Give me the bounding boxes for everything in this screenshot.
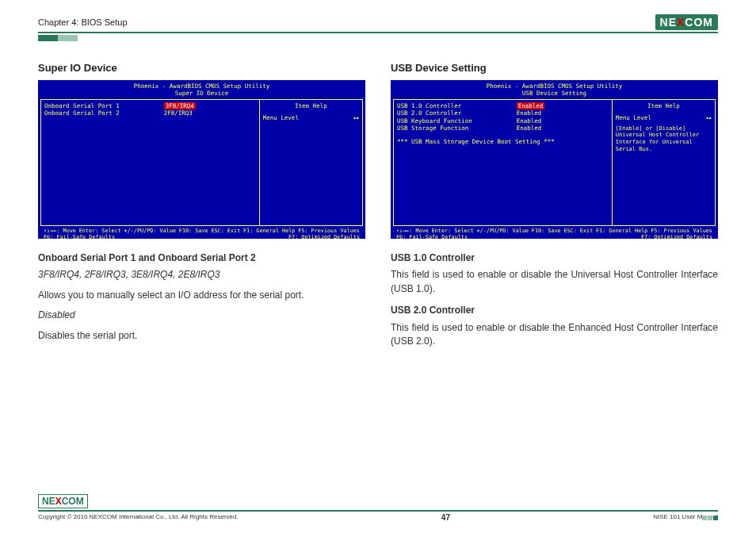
help-text: [Enable] or [Disable] Universal Host Con… [616,125,712,153]
bios-key-hint: F6: Fail-Safe Defaults [44,234,115,240]
tab-strip-decoration [38,35,78,41]
right-body-text: USB 1.0 Controller This field is used to… [391,251,718,348]
bios-setting-row[interactable]: USB 2.0 ControllerEnabled [397,109,609,117]
page-footer: NEXCOM Copyright © 2010 NEXCOM Internati… [38,494,718,522]
setting-value[interactable]: Enabled [517,117,609,125]
bios-title-line1: Phoenix - AwardBIOS CMOS Setup Utility [40,82,363,90]
bios-key-hint: F6: Fail-Safe Defaults [396,234,468,240]
bios-key-hint: +/-/PU/PD: Value [124,228,176,234]
serial-options-list: 3F8/IRQ4, 2F8/IRQ3, 3E8/IRQ4, 2E8/IRQ3 [38,268,365,282]
onboard-serial-heading: Onboard Serial Port 1 and Onboard Serial… [38,251,365,265]
bios-inner-frame: Onboard Serial Port 13F8/IRQ4Onboard Ser… [40,99,363,226]
bios-settings-pane: Onboard Serial Port 13F8/IRQ4Onboard Ser… [41,100,260,225]
content-columns: Super IO Device Phoenix - AwardBIOS CMOS… [38,62,718,355]
menu-level-row: Menu Level ▸▸ [616,114,712,121]
bios-footer-keys: ↑↓→←: MoveEnter: Select+/-/PU/PD: ValueF… [393,226,716,241]
bios-key-hint: ESC: Exit [563,228,593,234]
bios-setting-row[interactable]: USB Storage FunctionEnabled [397,125,609,132]
bios-title-line2: Super IO Device [40,90,363,97]
item-help-label: Item Help [616,102,712,109]
usb1-desc: This field is used to enable or disable … [391,268,718,296]
setting-value[interactable]: Enabled [517,102,609,109]
bios-key-hint: ↑↓→←: Move [396,228,429,234]
menu-level-row: Menu Level ▸▸ [263,114,359,121]
chevron-double-right-icon: ▸▸ [353,114,359,121]
setting-label: USB 2.0 Controller [397,109,517,117]
setting-label: Onboard Serial Port 2 [44,109,164,117]
bios-footer-keys: ↑↓→←: MoveEnter: Select+/-/PU/PD: ValueF… [40,226,363,241]
setting-label: USB Keyboard Function [397,117,517,125]
bios-key-hint: +/-/PU/PD: Value [477,228,529,234]
setting-label: Onboard Serial Port 1 [44,102,164,109]
chevron-double-right-icon: ▸▸ [706,114,712,121]
bios-screen-usb: Phoenix - AwardBIOS CMOS Setup Utility U… [391,80,718,239]
bios-setting-row[interactable]: USB Keyboard FunctionEnabled [397,117,609,125]
bios-key-hint: F5: Previous Values [651,228,712,234]
bios-help-pane: Item Help Menu Level ▸▸ [260,100,362,225]
disabled-label: Disabled [38,309,365,322]
setting-value[interactable]: 2F8/IRQ3 [164,109,256,117]
bios-title-line2: USB Device Setting [393,90,716,97]
usb2-heading: USB 2.0 Controller [391,304,718,317]
bios-setting-row[interactable]: USB 1.0 ControllerEnabled [397,102,609,109]
right-column: USB Device Setting Phoenix - AwardBIOS C… [391,62,718,355]
setting-label: USB Storage Function [397,125,517,132]
bios-key-hint: ↑↓→←: Move [44,228,76,234]
setting-value[interactable]: Enabled [517,125,609,132]
left-column: Super IO Device Phoenix - AwardBIOS CMOS… [38,62,365,355]
bios-key-hint: F1: General Help [243,228,295,234]
bios-key-hint: F5: Previous Values [298,228,360,234]
setting-label: USB 1.0 Controller [397,102,517,109]
bios-key-hint: ESC: Exit [211,228,240,234]
bios-setting-row[interactable]: Onboard Serial Port 22F8/IRQ3 [44,109,256,117]
bios-title-line1: Phoenix - AwardBIOS CMOS Setup Utility [393,82,716,90]
disabled-desc: Disables the serial port. [38,329,365,343]
usb-device-heading: USB Device Setting [391,62,718,74]
bios-key-hint: Enter: Select [432,228,474,234]
bios-help-pane: Item Help Menu Level ▸▸ [Enable] or [Dis… [613,100,715,225]
usb2-desc: This field is used to enable or disable … [391,321,718,349]
serial-options-desc: Allows you to manually select an I/O add… [38,289,365,302]
chapter-title: Chapter 4: BIOS Setup [38,17,128,27]
bios-key-hint: F7: Optimized Defaults [641,234,712,240]
bios-settings-pane: USB 1.0 ControllerEnabledUSB 2.0 Control… [394,100,613,225]
footer-decoration-icon [702,516,718,520]
usb-boot-note: *** USB Mass Storage Device Boot Setting… [397,138,609,145]
page-number: 47 [441,513,450,522]
page-header: Chapter 4: BIOS Setup NEXCOM [38,14,718,33]
bios-key-hint: F10: Save [532,228,561,234]
copyright-text: Copyright © 2010 NEXCOM International Co… [38,513,239,522]
bios-key-hint: F10: Save [179,228,208,234]
bios-key-hint: F1: General Help [596,228,647,234]
usb1-heading: USB 1.0 Controller [391,251,718,265]
setting-value[interactable]: 3F8/IRQ4 [164,102,256,109]
footer-brand-logo: NEXCOM [38,494,88,508]
bios-inner-frame: USB 1.0 ControllerEnabledUSB 2.0 Control… [393,99,716,226]
bios-screen-super-io: Phoenix - AwardBIOS CMOS Setup Utility S… [38,80,365,239]
bios-key-hint: F7: Optimized Defaults [288,234,360,240]
brand-logo: NEXCOM [655,14,718,30]
left-body-text: Onboard Serial Port 1 and Onboard Serial… [38,251,365,343]
setting-value[interactable]: Enabled [517,109,609,117]
super-io-heading: Super IO Device [38,62,365,74]
bios-key-hint: Enter: Select [79,228,121,234]
bios-setting-row[interactable]: Onboard Serial Port 13F8/IRQ4 [44,102,256,109]
item-help-label: Item Help [263,102,359,109]
